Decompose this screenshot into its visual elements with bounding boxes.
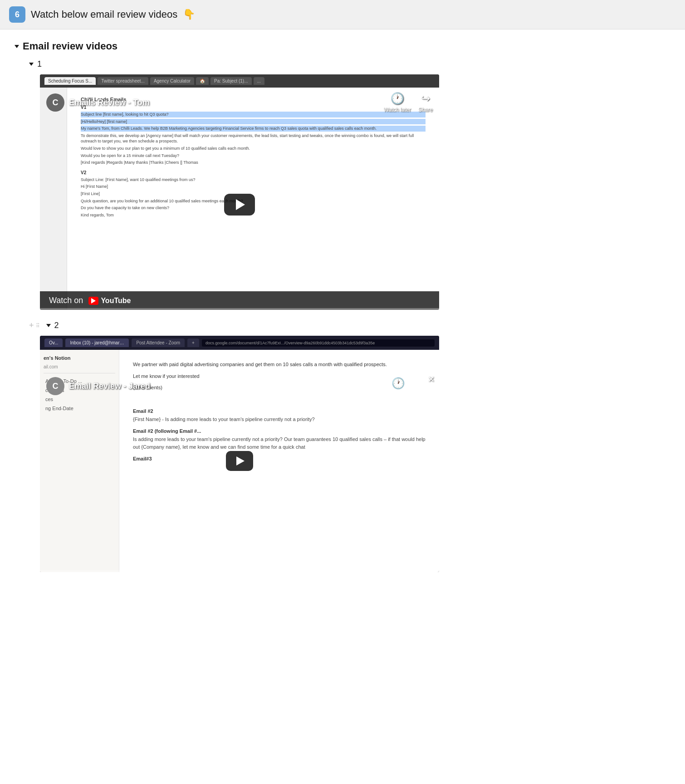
video-1-top-bar: C Emails Review - Tom 🕐 Watch later ↪ Sh… bbox=[40, 88, 439, 118]
video-2-close-btn[interactable]: ✕ bbox=[428, 374, 435, 384]
sub-section-2-number: 2 bbox=[54, 321, 59, 330]
video-2-channel-info: C Email Review - Jared bbox=[46, 377, 150, 395]
sub-section-2-header: + ⠿ 2 bbox=[29, 321, 670, 330]
video-1-play-button[interactable] bbox=[224, 194, 255, 216]
tab-calculator[interactable]: Agency Calculator bbox=[150, 77, 194, 85]
sub-section-2: + ⠿ 2 Ov... Inbox (10) - jared@hmarketi.… bbox=[29, 321, 670, 572]
tab-home[interactable]: 🏠 bbox=[196, 77, 209, 85]
video-1-play-area bbox=[40, 118, 439, 291]
play-triangle-icon bbox=[236, 199, 245, 210]
video-1-screen: Chilli Leads Emails V1 Subject line [fir… bbox=[40, 88, 439, 310]
video-1-container: Scheduling Focus S... Twitter spreadshee… bbox=[40, 74, 439, 310]
step-badge: 6 bbox=[9, 6, 25, 23]
v2-url-bar[interactable]: docs.google.com/document/d/1Ac7fu9ExI...… bbox=[202, 339, 435, 347]
v2-tab-new[interactable]: + bbox=[187, 338, 199, 347]
v2-share-label: Share bbox=[418, 391, 433, 397]
video-2-screen: en's Notion ail.com Agency To-Do ... cor… bbox=[40, 350, 439, 572]
video-1-progress-bar[interactable] bbox=[40, 308, 439, 310]
watch-later-label: Watch later bbox=[384, 107, 411, 113]
v2-watch-later-label: Watch later bbox=[385, 391, 412, 397]
share-icon: ↪ bbox=[421, 92, 430, 105]
video-2-top-bar: C Email Review - Jared 🕐 Watch later ↪ S… bbox=[40, 372, 439, 402]
sub-section-1-collapse-icon[interactable] bbox=[29, 63, 34, 66]
section-collapse-icon[interactable] bbox=[15, 45, 19, 48]
video-1-browser-chrome: Scheduling Focus S... Twitter spreadshee… bbox=[40, 74, 439, 88]
youtube-text: YouTube bbox=[101, 297, 131, 305]
share-label: Share bbox=[418, 107, 433, 113]
tab-scheduling[interactable]: Scheduling Focus S... bbox=[44, 77, 96, 85]
v2-tab-zoom[interactable]: Post Attendee - Zoom bbox=[132, 338, 185, 347]
sub-section-1-number: 1 bbox=[37, 59, 42, 69]
sub-section-2-collapse-icon[interactable] bbox=[46, 324, 51, 327]
youtube-logo: YouTube bbox=[88, 297, 131, 305]
video-1-avatar: C bbox=[46, 93, 64, 112]
video-2-watch-later-btn[interactable]: 🕐 Watch later bbox=[385, 377, 412, 397]
header-emoji: 👇 bbox=[183, 9, 195, 20]
video-2-top-right: 🕐 Watch later ↪ Share bbox=[385, 377, 433, 397]
video-1-top-right: 🕐 Watch later ↪ Share bbox=[384, 92, 433, 113]
video-1-watch-later-btn[interactable]: 🕐 Watch later bbox=[384, 92, 411, 113]
clock-icon: 🕐 bbox=[391, 92, 404, 105]
sub-section-1-header: 1 bbox=[29, 59, 670, 69]
video-1-share-btn[interactable]: ↪ Share bbox=[418, 92, 433, 113]
video-1-watch-on-yt[interactable]: Watch on YouTube bbox=[40, 291, 439, 310]
sub-section-1: 1 Scheduling Focus S... Twitter spreadsh… bbox=[29, 59, 670, 310]
watch-on-text: Watch on bbox=[49, 296, 83, 305]
video-2-avatar: C bbox=[46, 377, 64, 395]
tab-more[interactable]: ... bbox=[254, 77, 264, 85]
tab-pa[interactable]: Pa: Subject (1)... bbox=[210, 77, 251, 85]
video-2-browser-bar: Ov... Inbox (10) - jared@hmarketi... Pos… bbox=[40, 336, 439, 350]
video-1-channel-info: C Emails Review - Tom bbox=[46, 93, 150, 112]
video-2-yt-overlay: C Email Review - Jared 🕐 Watch later ↪ S… bbox=[40, 350, 439, 572]
header-bar: 6 Watch below email review videos 👇 bbox=[0, 0, 685, 29]
tab-twitter[interactable]: Twitter spreadsheet... bbox=[98, 77, 148, 85]
youtube-play-icon bbox=[88, 297, 98, 305]
header-title: Watch below email review videos bbox=[31, 9, 177, 20]
video-2-play-area bbox=[226, 451, 253, 471]
video-2-play-button[interactable] bbox=[226, 451, 253, 471]
youtube-play-triangle bbox=[91, 298, 96, 304]
add-block-btn[interactable]: + bbox=[29, 321, 34, 330]
v2-tab-inbox[interactable]: Inbox (10) - jared@hmarketi... bbox=[65, 338, 129, 347]
drag-handle[interactable]: ⠿ bbox=[36, 323, 40, 329]
video-1-yt-overlay: C Emails Review - Tom 🕐 Watch later ↪ Sh… bbox=[40, 88, 439, 310]
v2-play-triangle-icon bbox=[236, 456, 245, 466]
video-2-container: Ov... Inbox (10) - jared@hmarketi... Pos… bbox=[40, 336, 439, 572]
main-content: Email review videos 1 Scheduling Focus S… bbox=[0, 29, 685, 594]
section-title: Email review videos bbox=[23, 40, 117, 52]
video-1-title: Emails Review - Tom bbox=[69, 98, 150, 108]
video-2-progress-bar[interactable] bbox=[40, 570, 439, 572]
v2-tab-ov[interactable]: Ov... bbox=[44, 338, 63, 347]
v2-clock-icon: 🕐 bbox=[391, 377, 405, 390]
video-2-title: Email Review - Jared bbox=[69, 382, 150, 391]
section-header: Email review videos bbox=[15, 40, 670, 52]
